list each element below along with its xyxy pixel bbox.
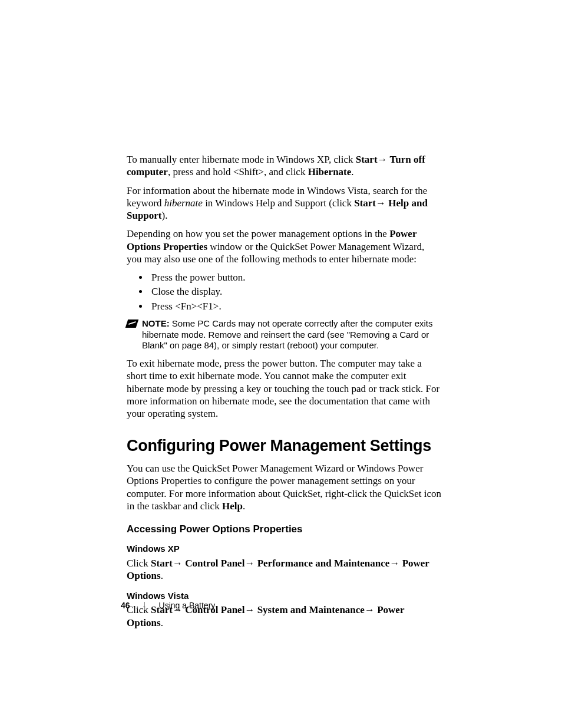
text: .	[161, 570, 163, 581]
text: .	[351, 166, 353, 177]
note-text: NOTE: Some PC Cards may not operate corr…	[142, 318, 441, 351]
text-bold: Control Panel	[185, 558, 244, 569]
para-exit-hibernate: To exit hibernate mode, press the power …	[127, 357, 441, 420]
text-bold: Start	[354, 197, 376, 209]
text: Click	[127, 558, 151, 569]
page-footer: 46Using a Battery	[121, 601, 215, 610]
para-quickset-intro: You can use the QuickSet Power Managemen…	[127, 462, 441, 512]
arrow-icon: →	[244, 604, 257, 615]
list-item: Close the display.	[149, 285, 441, 298]
text-bold: Help	[222, 500, 243, 512]
para-hibernate-xp: To manually enter hibernate mode in Wind…	[127, 153, 441, 179]
list-item: Press the power button.	[149, 271, 441, 284]
heading-windows-xp: Windows XP	[127, 543, 441, 555]
text: You can use the QuickSet Power Managemen…	[127, 463, 441, 512]
footer-section: Using a Battery	[159, 601, 216, 610]
text: , press and hold <Shift>, and click	[168, 166, 308, 177]
note-icon	[125, 319, 139, 328]
text: .	[161, 617, 163, 628]
text-bold: Hibernate	[308, 166, 352, 177]
text: To manually enter hibernate mode in Wind…	[127, 154, 356, 165]
arrow-icon: →	[389, 558, 402, 569]
text-italic: hibernate	[164, 197, 203, 209]
text: ).	[162, 210, 168, 221]
note-body: Some PC Cards may not operate correctly …	[142, 318, 433, 351]
page-content: To manually enter hibernate mode in Wind…	[0, 0, 562, 629]
heading-windows-vista: Windows Vista	[127, 591, 441, 602]
arrow-icon: →	[365, 604, 377, 615]
text-bold: System and Maintenance	[257, 604, 365, 615]
text: Depending on how you set the power manag…	[127, 228, 389, 239]
arrow-icon: →	[378, 154, 390, 165]
arrow-icon: →	[244, 558, 257, 569]
text: .	[243, 500, 245, 512]
para-power-options-intro: Depending on how you set the power manag…	[127, 228, 441, 265]
para-hibernate-vista: For information about the hibernate mode…	[127, 185, 441, 222]
arrow-icon: →	[376, 197, 388, 209]
arrow-icon: →	[173, 558, 185, 569]
text-bold: Start	[356, 154, 378, 165]
text-bold: Performance and Maintenance	[257, 558, 390, 569]
text-bold: Start	[151, 558, 173, 569]
heading-accessing-power-options: Accessing Power Options Properties	[127, 523, 441, 535]
note-block: NOTE: Some PC Cards may not operate corr…	[127, 318, 441, 351]
note-label: NOTE:	[142, 318, 170, 328]
hibernate-methods-list: Press the power button. Close the displa…	[127, 271, 441, 312]
list-item: Press <Fn><F1>.	[149, 300, 441, 312]
heading-configuring-power: Configuring Power Management Settings	[127, 436, 441, 456]
footer-divider	[144, 602, 145, 610]
page-number: 46	[121, 601, 130, 610]
text: in Windows Help and Support (click	[203, 197, 354, 209]
para-xp-path: Click Start→ Control Panel→ Performance …	[127, 557, 441, 582]
